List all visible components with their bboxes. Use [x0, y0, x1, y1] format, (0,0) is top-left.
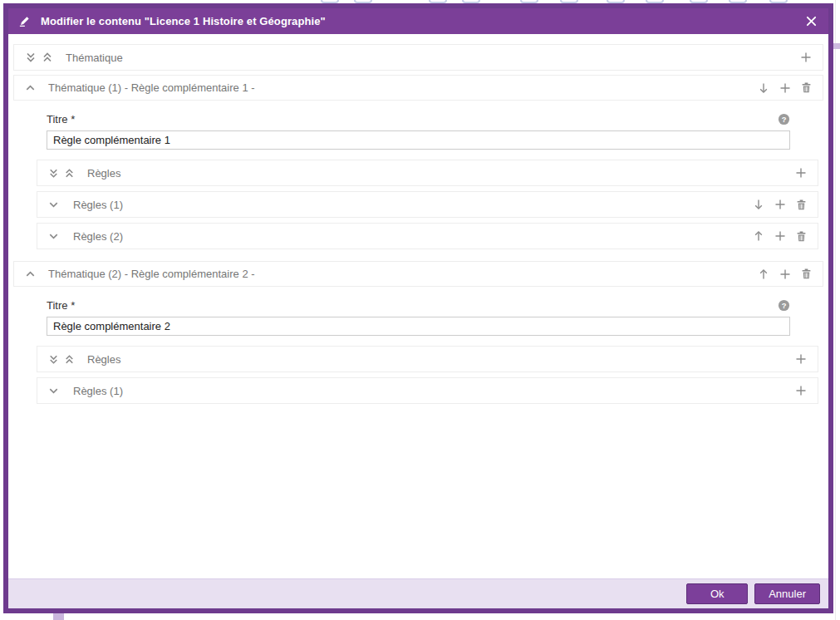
svg-text:?: ? [782, 115, 787, 123]
double-chevron-down-icon[interactable] [24, 51, 37, 64]
double-chevron-down-icon[interactable] [47, 353, 60, 366]
title-field-1: Titre * ? [47, 111, 790, 150]
double-chevron-up-icon[interactable] [41, 51, 54, 64]
dialog-titlebar: Modifier le contenu "Licence 1 Histoire … [8, 8, 828, 34]
thematique-2-label: Thématique (2) - Règle complémentaire 2 … [48, 268, 255, 280]
edit-content-dialog: Modifier le contenu "Licence 1 Histoire … [3, 3, 833, 613]
plus-icon[interactable] [779, 268, 792, 281]
dialog-title: Modifier le contenu "Licence 1 Histoire … [41, 15, 326, 27]
plus-icon[interactable] [794, 384, 808, 397]
rule-1-2-label: Règles (2) [73, 230, 123, 243]
question-mark-icon[interactable]: ? [778, 113, 790, 125]
rules-group-2-label: Règles [87, 353, 120, 366]
arrow-down-icon[interactable] [752, 198, 765, 211]
arrow-down-icon[interactable] [757, 81, 770, 95]
thematique-1-header[interactable]: Thématique (1) - Règle complémentaire 1 … [13, 75, 823, 101]
plus-icon[interactable] [774, 198, 787, 211]
background-accent [833, 43, 840, 49]
close-icon[interactable] [804, 14, 818, 28]
thematique-group-label: Thématique [66, 52, 123, 64]
pencil-icon [18, 15, 31, 27]
rule-2-1-header[interactable]: Règles (1) [37, 377, 818, 404]
arrow-up-icon[interactable] [757, 268, 770, 281]
thematique-2-body: Titre * ? [13, 287, 823, 406]
rules-group-1-label: Règles [87, 167, 120, 180]
thematique-1-label: Thématique (1) - Règle complémentaire 1 … [48, 81, 255, 94]
thematique-2-header[interactable]: Thématique (2) - Règle complémentaire 2 … [13, 261, 823, 287]
question-mark-icon[interactable]: ? [778, 299, 790, 312]
double-chevron-down-icon[interactable] [47, 167, 60, 180]
rules-group-1-header[interactable]: Règles [37, 160, 818, 186]
title-input-1[interactable] [47, 130, 790, 150]
dialog-body: Thématique Thématique (1) - Règle complé… [8, 34, 828, 578]
rules-group-2: Règles Règles (1) [37, 346, 818, 404]
plus-icon[interactable] [774, 229, 787, 243]
rule-1-2-header[interactable]: Règles (2) [37, 223, 818, 249]
background-scroll-thumb [53, 613, 64, 620]
rule-1-1-label: Règles (1) [73, 199, 123, 211]
trash-icon[interactable] [795, 230, 808, 243]
thematique-1-body: Titre * ? [13, 101, 823, 251]
trash-icon[interactable] [800, 268, 813, 280]
svg-text:?: ? [782, 301, 787, 309]
thematique-section-1: Thématique (1) - Règle complémentaire 1 … [13, 75, 823, 251]
dialog-footer: Ok Annuler [8, 578, 828, 608]
title-input-2[interactable] [47, 317, 790, 336]
chevron-up-icon[interactable] [24, 268, 37, 280]
title-field-2: Titre * ? [47, 298, 790, 336]
plus-icon[interactable] [794, 166, 808, 180]
double-chevron-up-icon[interactable] [63, 353, 76, 366]
plus-icon[interactable] [779, 81, 792, 95]
ok-button[interactable]: Ok [686, 583, 748, 604]
arrow-up-icon[interactable] [752, 229, 765, 243]
chevron-down-icon[interactable] [47, 230, 60, 243]
background-divider [835, 0, 836, 620]
cancel-button[interactable]: Annuler [754, 583, 820, 604]
plus-icon[interactable] [794, 352, 808, 366]
rules-group-2-header[interactable]: Règles [37, 346, 818, 372]
rules-group-1: Règles Règles (1) [37, 160, 818, 249]
rule-2-1-label: Règles (1) [73, 385, 123, 397]
chevron-up-icon[interactable] [24, 81, 37, 94]
rule-1-1-header[interactable]: Règles (1) [37, 191, 818, 218]
plus-icon[interactable] [799, 51, 813, 64]
chevron-down-icon[interactable] [47, 199, 60, 211]
thematique-section-2: Thématique (2) - Règle complémentaire 2 … [13, 261, 823, 406]
trash-icon[interactable] [800, 81, 813, 94]
thematique-group-header[interactable]: Thématique [13, 44, 823, 71]
title-label: Titre * [47, 113, 75, 125]
double-chevron-up-icon[interactable] [63, 167, 76, 180]
trash-icon[interactable] [795, 199, 808, 211]
chevron-down-icon[interactable] [47, 385, 60, 397]
title-label: Titre * [47, 299, 75, 312]
